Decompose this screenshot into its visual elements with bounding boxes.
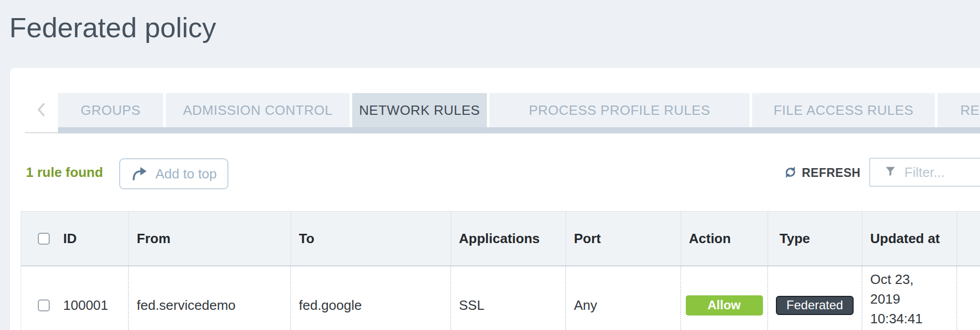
select-all-checkbox[interactable] [38, 233, 50, 245]
tab-response-rules-truncated[interactable]: RES [938, 93, 980, 127]
header-cell-applications: Applications [451, 211, 566, 266]
add-to-top-label: Add to top [155, 166, 217, 182]
row-cell-action: Allow [681, 266, 768, 330]
row-cell-updated-at: Oct 23, 2019 10:34:41 [862, 266, 957, 330]
row-cell-id: 100001 [21, 266, 129, 330]
tab-label: NETWORK RULES [359, 102, 480, 118]
tabs-underline [58, 127, 980, 133]
filter-input[interactable] [904, 164, 980, 181]
row-cell-extra [957, 266, 980, 330]
table-header-row: ID From To Applications Port Action Type… [21, 211, 980, 266]
page-title: Federated policy [9, 11, 216, 43]
refresh-icon [784, 166, 797, 181]
filter-field [869, 158, 980, 187]
header-cell-extra [957, 211, 980, 266]
header-label-id: ID [63, 231, 77, 247]
refresh-label: REFRESH [802, 166, 860, 180]
type-federated-badge: Federated [776, 296, 853, 315]
header-cell-to: To [291, 211, 451, 266]
tab-groups[interactable]: GROUPS [58, 93, 163, 127]
row-cell-to: fed.google [291, 266, 451, 330]
tabs-scroll-left-button[interactable] [25, 93, 58, 127]
chevron-left-icon [35, 102, 48, 119]
header-cell-action: Action [681, 211, 768, 266]
tab-label: FILE ACCESS RULES [773, 102, 913, 118]
network-rules-table: ID From To Applications Port Action Type… [21, 211, 980, 330]
tab-label: PROCESS PROFILE RULES [529, 102, 710, 118]
row-cell-type: Federated [768, 266, 862, 330]
row-cell-port: Any [566, 266, 681, 330]
tab-label: RES [960, 102, 980, 118]
tabs-scroll-underline [25, 132, 58, 133]
filter-funnel-icon [885, 166, 896, 179]
refresh-button[interactable]: REFRESH [784, 163, 860, 182]
row-cell-applications: SSL [451, 266, 566, 330]
row-cell-from: fed.servicedemo [129, 266, 291, 330]
tab-admission-control[interactable]: ADMISSION CONTROL [166, 93, 350, 127]
tab-file-access-rules[interactable]: FILE ACCESS RULES [752, 93, 935, 127]
header-cell-type: Type [768, 211, 862, 266]
table-row: 100001 fed.servicedemo fed.google SSL An… [21, 266, 980, 330]
header-cell-from: From [129, 211, 291, 266]
tab-bar: GROUPS ADMISSION CONTROL NETWORK RULES P… [58, 93, 980, 127]
add-arrow-icon [132, 166, 148, 183]
tab-label: ADMISSION CONTROL [183, 102, 333, 118]
tab-network-rules[interactable]: NETWORK RULES [352, 93, 487, 127]
add-to-top-button[interactable]: Add to top [119, 158, 228, 189]
tab-process-profile-rules[interactable]: PROCESS PROFILE RULES [489, 93, 750, 127]
header-cell-id: ID [21, 211, 129, 266]
tab-label: GROUPS [81, 102, 141, 118]
header-cell-updated-at: Updated at [862, 211, 957, 266]
action-allow-badge[interactable]: Allow [686, 295, 763, 316]
header-cell-port: Port [566, 211, 681, 266]
rules-found-count: 1 rule found [26, 164, 103, 181]
rule-id: 100001 [63, 297, 108, 313]
content-card: GROUPS ADMISSION CONTROL NETWORK RULES P… [10, 68, 980, 330]
row-checkbox[interactable] [38, 299, 50, 311]
